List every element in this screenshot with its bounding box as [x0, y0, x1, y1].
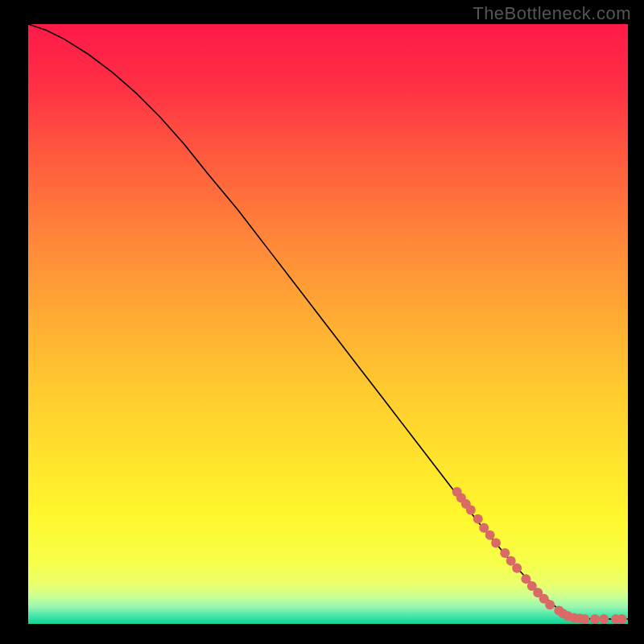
highlight-marker [491, 538, 501, 547]
chart-frame: TheBottleneck.com [0, 0, 644, 644]
highlight-marker [599, 614, 609, 624]
highlight-marker [580, 614, 589, 624]
highlight-marker [500, 548, 510, 558]
chart-svg [28, 24, 628, 624]
watermark-text: TheBottleneck.com [473, 3, 631, 24]
highlight-marker [485, 530, 495, 540]
highlight-marker [512, 564, 522, 573]
highlight-marker [473, 514, 483, 524]
gradient-background [28, 24, 628, 624]
highlight-marker [466, 505, 476, 514]
highlight-marker [617, 614, 627, 624]
highlight-marker [545, 600, 555, 609]
plot-area [28, 24, 628, 624]
highlight-marker [590, 614, 600, 624]
